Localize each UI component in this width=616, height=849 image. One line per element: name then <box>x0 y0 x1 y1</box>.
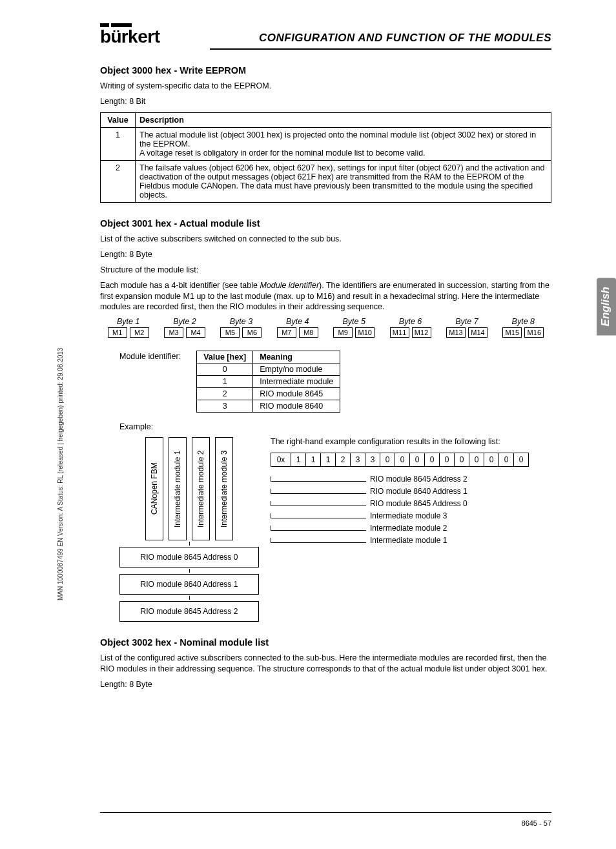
example-label: Example: <box>119 422 551 432</box>
diag-rio2: RIO module 8645 Address 2 <box>119 601 259 622</box>
header-rule <box>210 48 551 50</box>
vertical-metadata: MAN 1000087499 EN Version: A Status: RL … <box>57 348 64 600</box>
module-diagram: CANopen FBM Intermediate module 1 Interm… <box>119 437 259 622</box>
th-value: Value <box>101 112 136 127</box>
example-result: The right-hand example configuration res… <box>271 437 551 548</box>
page-footer: 8645 - 57 <box>522 819 551 827</box>
logo: bürkert <box>100 23 159 45</box>
hex-annotations: RIO module 8645 Address 2 RIO module 864… <box>271 475 551 545</box>
heading-3002: Object 3002 hex - Nominal module list <box>100 637 551 648</box>
diag-rio1: RIO module 8640 Address 1 <box>119 574 259 595</box>
section-object-3002: Object 3002 hex - Nominal module list Li… <box>100 637 551 690</box>
td-value: 1 <box>101 127 136 160</box>
module-identifier-block: Module identifier: Value [hex]Meaning 0E… <box>100 351 551 413</box>
section-object-3001: Object 3001 hex - Actual module list Lis… <box>100 218 551 622</box>
identifier-table: Value [hex]Meaning 0Empty/no module 1Int… <box>196 351 340 413</box>
heading-3001: Object 3001 hex - Actual module list <box>100 218 551 229</box>
example-block: CANopen FBM Intermediate module 1 Interm… <box>100 437 551 622</box>
heading-3000: Object 3000 hex - Write EEPROM <box>100 65 551 76</box>
diag-im3: Intermediate module 3 <box>215 437 233 540</box>
text-3001-length: Length: 8 Byte <box>100 249 551 260</box>
text-3002-length: Length: 8 Byte <box>100 679 551 690</box>
hex-row: 0x 1 1 1 2 3 3 0 0 0 0 0 0 0 0 0 0 <box>271 453 551 467</box>
logo-text: bürkert <box>100 28 159 45</box>
diag-im1: Intermediate module 1 <box>169 437 187 540</box>
td-desc: The actual module list (object 3001 hex)… <box>136 127 551 160</box>
th-description: Description <box>136 112 551 127</box>
byte-structure-row: Byte 1M1M2 Byte 2M3M4 Byte 3M5M6 Byte 4M… <box>100 317 551 338</box>
table-row: 1 The actual module list (object 3001 he… <box>101 127 551 160</box>
table-3000: Value Description 1 The actual module li… <box>100 112 551 203</box>
example-result-text: The right-hand example configuration res… <box>271 437 551 446</box>
footer-rule <box>100 812 551 813</box>
text-3001-p1: List of the active subscribers switched … <box>100 234 551 244</box>
text-3000-desc: Writing of system-specific data to the E… <box>100 81 551 91</box>
text-3001-identifier: Each module has a 4-bit identifier (see … <box>100 280 551 312</box>
table-row: Value Description <box>101 112 551 127</box>
text-3001-structure: Structure of the module list: <box>100 265 551 275</box>
diag-rio0: RIO module 8645 Address 0 <box>119 547 259 568</box>
identifier-label: Module identifier: <box>119 351 181 361</box>
text-3000-length: Length: 8 Bit <box>100 96 551 107</box>
section-object-3000: Object 3000 hex - Write EEPROM Writing o… <box>100 65 551 203</box>
language-tab: English <box>597 278 616 335</box>
td-value: 2 <box>101 160 136 202</box>
text-3002-desc: List of the configured active subscriber… <box>100 653 551 674</box>
page-header: bürkert CONFIGURATION AND FUNCTION OF TH… <box>100 23 551 45</box>
table-row: 2 The failsafe values (object 6206 hex, … <box>101 160 551 202</box>
td-desc: The failsafe values (object 6206 hex, ob… <box>136 160 551 202</box>
diag-im2: Intermediate module 2 <box>192 437 210 540</box>
page-title: CONFIGURATION AND FUNCTION OF THE MODULE… <box>259 32 551 45</box>
diag-fbm: CANopen FBM <box>145 437 163 540</box>
